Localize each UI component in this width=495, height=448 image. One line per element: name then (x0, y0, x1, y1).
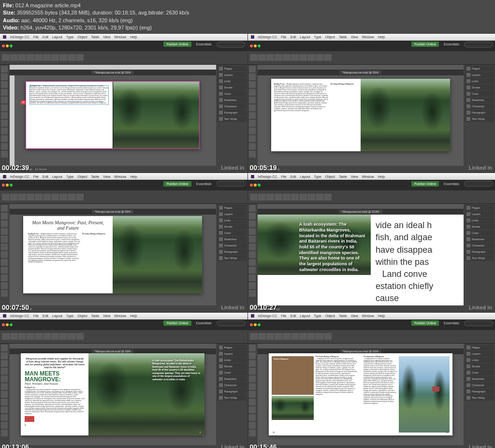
threats-sidebar: Threats to Mangroves (272, 356, 314, 395)
minimize-button[interactable] (6, 44, 9, 47)
size-label: Size: (3, 10, 15, 15)
links-panel[interactable]: Links (217, 78, 247, 84)
menu-type[interactable]: Type (66, 35, 73, 39)
article-image (113, 216, 202, 293)
pages-icon (219, 67, 223, 71)
article-body: — A highly productive coastal ecosystem,… (316, 358, 358, 396)
toolbar-button[interactable] (10, 54, 18, 61)
timestamp: 00:02:39 (2, 164, 29, 172)
toolbar-button[interactable] (68, 54, 75, 61)
menu-window[interactable]: Window (114, 35, 126, 39)
line-tool[interactable] (1, 104, 8, 111)
stroke-panel[interactable]: Stroke (217, 85, 247, 90)
mac-menubar[interactable]: InDesign CC File Edit Layout Type Object… (0, 34, 248, 41)
article-image (361, 79, 450, 151)
thumbnail-4: InDesign CCFileEditLayoutTypeObjectTable… (248, 173, 495, 312)
toolbar-button[interactable] (27, 54, 34, 61)
timestamp: 00:10:27 (250, 303, 277, 311)
video-value: h264, yuv420p, 1280x720, 2301 kb/s, 29,9… (20, 25, 152, 30)
thumbnail-5: InDesign CCFileEditLayoutTypeObjectTable… (0, 313, 248, 448)
text-wrap-panel[interactable]: Text Wrap (217, 116, 247, 122)
toolbar-button[interactable] (76, 54, 84, 61)
thumbnail-1: InDesign CC File Edit Layout Type Object… (0, 34, 248, 173)
app-icon (3, 35, 6, 39)
toolbar-button[interactable] (59, 54, 67, 61)
menu-file[interactable]: File (33, 35, 39, 39)
document-tab[interactable]: *MangroveLive.indd @ 53% (92, 71, 133, 74)
image-caption-overlay: A lush ecosystem: The Bhitarkanika Mangr… (299, 222, 367, 273)
page-tool[interactable] (1, 81, 8, 88)
publish-online-button[interactable]: Publish Online (163, 42, 191, 47)
character-icon (219, 104, 223, 108)
rectangle-frame-tool[interactable] (1, 128, 8, 134)
timestamp: 00:13:06 (2, 443, 29, 448)
ruler-vertical[interactable] (10, 65, 15, 166)
article-image-zoomed: A lush ecosystem: The Bhitarkanika Mangr… (258, 215, 371, 278)
red-hut-icon (432, 387, 439, 391)
file-value: 012 A magazine article.mp4 (15, 2, 81, 8)
menu-table[interactable]: Table (91, 35, 99, 39)
direct-selection-tool[interactable] (1, 73, 8, 80)
menu-app[interactable]: InDesign CC (10, 35, 29, 39)
search-input[interactable] (217, 42, 246, 47)
rectangle-tool[interactable] (1, 135, 8, 142)
workspace-switcher[interactable]: Essentials (193, 42, 215, 47)
article-intro: Mangroves provide shelter and supplies f… (25, 357, 85, 369)
stilt-house-image (399, 356, 449, 433)
tools-panel (0, 65, 10, 166)
close-button[interactable] (2, 44, 5, 47)
app-toolbar (0, 51, 248, 65)
thumbnail-2: InDesign CCFileEditLayoutTypeObjectTable… (248, 34, 495, 173)
layers-icon (219, 73, 223, 77)
toolbar-button[interactable] (18, 54, 26, 61)
links-icon (219, 79, 223, 83)
menu-help[interactable]: Help (130, 35, 137, 39)
toolbar-button[interactable] (43, 54, 51, 61)
audio-value: aac, 48000 Hz, 2 channels, s16, 320 kb/s… (21, 17, 133, 23)
paragraph-panel[interactable]: Paragraph (217, 110, 247, 116)
swatches-panel[interactable]: Swatches (217, 97, 247, 103)
article-body: — A highly productive coastal ecosystem,… (274, 83, 328, 111)
toolbar-button[interactable] (2, 54, 10, 61)
ruler-horizontal[interactable] (10, 65, 216, 70)
menu-view[interactable]: View (103, 35, 110, 39)
file-metadata: File: 012 A magazine article.mp4 Size: 3… (0, 0, 495, 34)
color-panel[interactable]: Color (217, 91, 247, 97)
importance-heading: The Importance of Mangroves (364, 356, 384, 358)
article-body: — A highly productive coastal ecosystem,… (28, 233, 80, 263)
selection-tool[interactable] (1, 66, 8, 72)
document-canvas[interactable]: *MangroveLive.indd @ 53% 8 By Maya P. Li… (10, 65, 216, 166)
character-panel[interactable]: Character (217, 103, 247, 109)
maximize-button[interactable] (10, 44, 13, 47)
page-number: 9 (200, 431, 201, 434)
article-body: — A highly productive coastal ecosystem,… (364, 358, 397, 405)
page-number: 11 (446, 431, 448, 434)
article-body-zoomed: vide an ideal h fish, and algae have dis… (371, 215, 464, 305)
image-caption-overlay: A lush ecosystem: The Bhitarkanika Mangr… (152, 359, 201, 381)
article-image-small (272, 396, 314, 420)
gap-tool[interactable] (1, 89, 8, 96)
article-title: Man Meets Mangrove: Past, Present, and F… (28, 220, 108, 231)
pencil-tool[interactable] (1, 120, 8, 127)
tool-item[interactable] (1, 143, 8, 150)
pages-panel[interactable]: Pages (217, 66, 247, 72)
thumbnail-6: InDesign CCFileEditLayoutTypeObjectTable… (248, 313, 495, 448)
article-body: — A highly productive coastal ecosystem,… (25, 389, 85, 415)
page-number: 8 (25, 424, 85, 426)
timestamp: 00:15:46 (250, 443, 277, 448)
toolbar-button[interactable] (35, 54, 43, 61)
menu-layout[interactable]: Layout (52, 35, 62, 39)
type-tool[interactable] (1, 97, 8, 103)
toolbar-button[interactable] (51, 54, 59, 61)
paragraph-icon (219, 111, 223, 115)
timestamp: 00:07:50 (2, 303, 29, 311)
menu-edit[interactable]: Edit (43, 35, 48, 39)
tool-item[interactable] (1, 151, 8, 158)
menu-object[interactable]: Object (77, 35, 87, 39)
app-top-right: Publish Online Essentials (163, 42, 245, 47)
panels-dock: Pages Layers Links Stroke Color Swatches… (216, 65, 248, 166)
layers-panel[interactable]: Layers (217, 72, 247, 78)
text-wrap-icon (219, 117, 223, 121)
selection-frame (26, 81, 200, 149)
pen-tool[interactable] (1, 112, 8, 119)
